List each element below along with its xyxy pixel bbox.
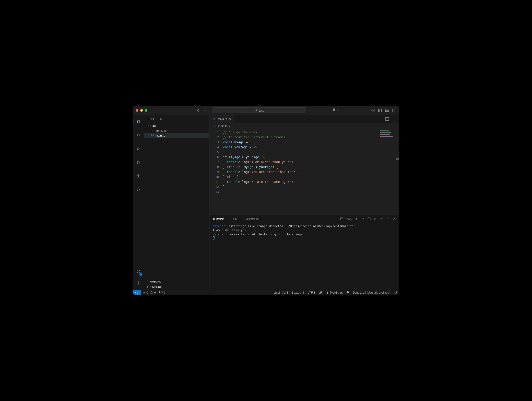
timeline-label: TIMELINE — [150, 286, 162, 288]
command-center-search[interactable]: test — [212, 107, 306, 113]
error-count: 0 — [146, 291, 148, 294]
tab-main-ts[interactable]: TS main.ts ✕ — [209, 115, 234, 123]
breadcrumb-file: main.ts — [218, 124, 228, 128]
terminal-shell-picker[interactable]: deno — [340, 217, 352, 221]
bottom-panel: TERMINAL PORTS COMMENTS deno — [209, 215, 399, 290]
svg-rect-9 — [393, 109, 396, 112]
svg-point-0 — [255, 109, 257, 111]
status-notifications[interactable] — [392, 291, 399, 294]
panel-tabs: TERMINAL PORTS COMMENTS deno — [209, 215, 399, 223]
minimize-window-button[interactable] — [140, 109, 143, 112]
close-tab-icon[interactable]: ✕ — [229, 117, 232, 121]
toggle-primary-sidebar-button[interactable] — [378, 108, 382, 112]
chevron-down-icon — [337, 108, 340, 112]
minimap[interactable] — [380, 130, 398, 157]
editor-more-icon[interactable] — [392, 117, 396, 121]
svg-point-36 — [382, 218, 383, 219]
outline-label: OUTLINE — [150, 280, 161, 283]
svg-point-38 — [161, 292, 161, 293]
timeline-section[interactable]: TIMELINE — [144, 284, 209, 290]
nav-arrows — [196, 109, 207, 112]
breadcrumb[interactable]: TS main.ts › ... — [209, 123, 399, 129]
svg-rect-4 — [373, 111, 374, 112]
chevron-up-icon[interactable] — [386, 217, 390, 221]
outline-section[interactable]: OUTLINE — [144, 279, 209, 284]
activity-accounts[interactable]: 1 — [133, 267, 144, 276]
bell-icon — [394, 291, 397, 294]
status-spaces[interactable]: Spaces: 4 — [290, 291, 306, 294]
svg-point-28 — [393, 119, 393, 119]
activity-settings[interactable] — [133, 278, 144, 287]
breadcrumb-sep: › — [229, 124, 230, 128]
file-name: deno.json — [156, 129, 168, 132]
new-terminal-icon[interactable] — [355, 217, 358, 221]
explorer-more-icon[interactable] — [203, 117, 206, 121]
folder-header[interactable]: TEST — [144, 123, 209, 128]
ts-file-icon: TS — [212, 118, 216, 120]
copilot-icon — [332, 108, 336, 113]
activity-source-control[interactable] — [133, 144, 144, 153]
activity-extensions[interactable] — [133, 171, 144, 180]
status-language[interactable]: { } TypeScript — [324, 291, 344, 294]
shell-label: deno — [345, 217, 352, 221]
toggle-panel-button[interactable] — [385, 108, 389, 112]
ts-file-icon: TS — [213, 125, 217, 127]
folder-name: TEST — [150, 125, 156, 127]
svg-rect-31 — [341, 218, 343, 220]
overview-ruler[interactable] — [396, 129, 399, 215]
panel-tab-ports[interactable]: PORTS — [232, 218, 241, 220]
activity-bar: 1 — [133, 115, 144, 290]
nav-forward-button[interactable] — [203, 109, 207, 112]
split-editor-button[interactable] — [385, 117, 389, 121]
vscode-window: test — [133, 106, 399, 295]
status-runtime[interactable]: Deno 2.1.4 (Upgrade available) — [351, 291, 392, 294]
activity-explorer[interactable] — [133, 117, 144, 126]
toggle-secondary-sidebar-button[interactable] — [392, 108, 396, 112]
activity-testing[interactable] — [133, 185, 144, 194]
nav-back-button[interactable] — [196, 109, 200, 112]
svg-point-25 — [205, 118, 205, 119]
json-file-icon: {} — [151, 129, 154, 132]
panel-tab-terminal[interactable]: TERMINAL — [213, 218, 226, 222]
svg-rect-8 — [386, 111, 389, 112]
code-editor[interactable]: 12345678910111213 // Change the ages// t… — [209, 129, 399, 215]
file-row[interactable]: TSmain.ts — [144, 133, 209, 138]
activity-search[interactable] — [133, 131, 144, 140]
svg-rect-18 — [139, 176, 140, 177]
warning-icon — [150, 291, 153, 294]
svg-point-35 — [381, 218, 382, 219]
explorer-title: EXPLORER — [148, 118, 162, 120]
chevron-down-icon[interactable] — [361, 217, 364, 221]
remote-indicator[interactable] — [133, 290, 141, 295]
tab-label: main.ts — [218, 117, 227, 121]
status-encoding[interactable]: UTF-8 — [306, 291, 317, 294]
svg-rect-19 — [139, 174, 140, 175]
copilot-icon — [346, 291, 349, 294]
close-panel-icon[interactable] — [393, 217, 396, 221]
status-ports[interactable]: 0 — [158, 291, 167, 294]
activity-debug[interactable] — [133, 158, 144, 167]
status-cursor[interactable]: Ln 13, Col 1 — [272, 291, 290, 294]
customize-layout-button[interactable] — [371, 108, 375, 112]
status-copilot[interactable] — [344, 291, 351, 294]
editor-area: TS main.ts ✕ TS main.ts › ... 1234567891… — [209, 115, 399, 290]
file-row[interactable]: {}deno.json — [144, 128, 209, 133]
svg-point-22 — [138, 283, 139, 284]
copilot-menu[interactable] — [332, 108, 340, 113]
terminal-output[interactable]: Watcher Restarting! File change detected… — [209, 223, 399, 290]
explorer-sidebar: EXPLORER TEST {}deno.jsonTSmain.ts OUTLI… — [144, 115, 209, 290]
search-text: test — [259, 109, 264, 112]
status-problems[interactable]: 0 0 — [141, 291, 158, 294]
terminal-icon — [340, 217, 343, 221]
search-icon — [254, 109, 258, 112]
svg-point-14 — [139, 148, 140, 149]
panel-tab-comments[interactable]: COMMENTS — [246, 218, 261, 220]
panel-more-icon[interactable] — [380, 217, 383, 221]
kill-terminal-icon[interactable] — [374, 217, 377, 221]
status-eol[interactable]: LF — [317, 291, 324, 294]
close-window-button[interactable] — [136, 109, 138, 112]
svg-rect-17 — [137, 176, 138, 177]
zoom-window-button[interactable] — [145, 109, 147, 112]
split-terminal-icon[interactable] — [367, 217, 371, 221]
window-controls — [136, 109, 147, 112]
